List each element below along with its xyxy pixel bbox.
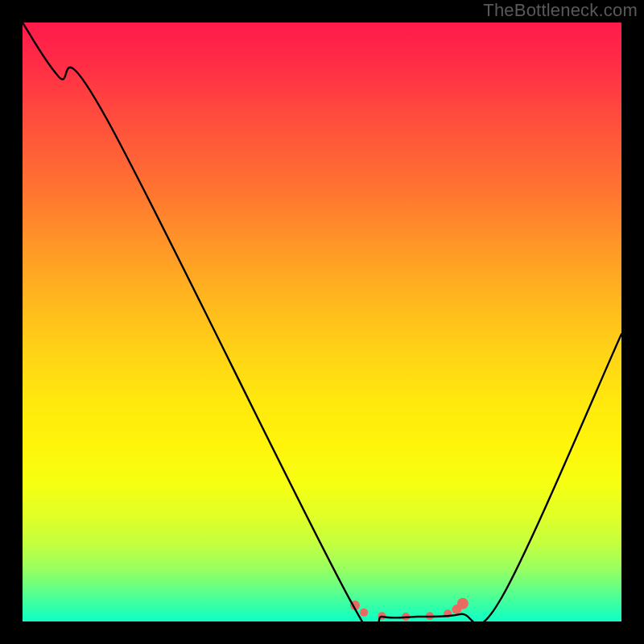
- chart-frame: TheBottleneck.com: [0, 0, 644, 644]
- watermark-text: TheBottleneck.com: [483, 0, 638, 21]
- chart-svg: [23, 23, 621, 621]
- plot-area: [23, 23, 621, 621]
- highlight-dot: [360, 609, 368, 617]
- curve-line: [23, 23, 621, 621]
- highlight-dot: [457, 598, 469, 609]
